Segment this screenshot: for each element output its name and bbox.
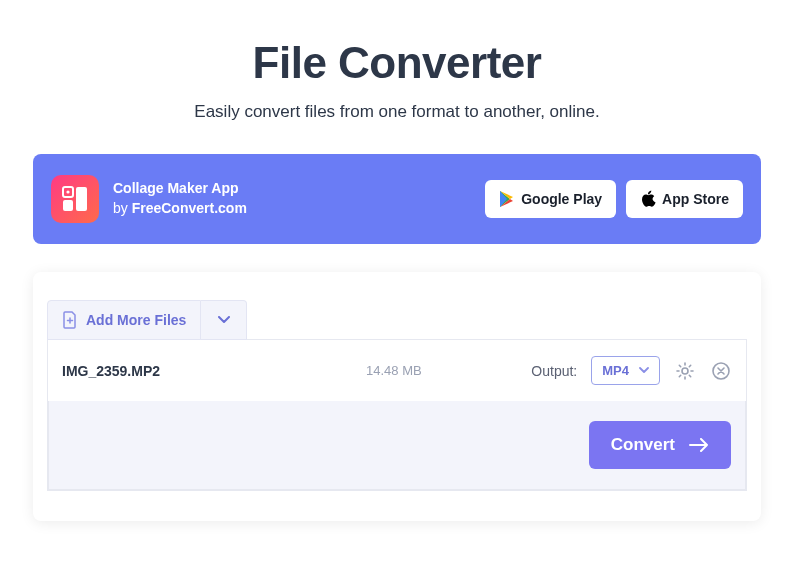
svg-point-4 bbox=[682, 368, 688, 374]
gear-icon bbox=[675, 361, 695, 381]
promo-text: Collage Maker App by FreeConvert.com bbox=[113, 179, 247, 218]
converter-panel: Add More Files IMG_2359.MP2 14.48 MB Out… bbox=[33, 272, 761, 521]
google-play-label: Google Play bbox=[521, 191, 602, 207]
google-play-icon bbox=[499, 190, 515, 208]
add-more-files-button[interactable]: Add More Files bbox=[47, 300, 201, 340]
add-more-files-dropdown[interactable] bbox=[201, 300, 247, 340]
page-title: File Converter bbox=[253, 38, 542, 88]
app-store-label: App Store bbox=[662, 191, 729, 207]
svg-point-1 bbox=[66, 190, 69, 193]
apple-icon bbox=[640, 190, 656, 208]
file-size: 14.48 MB bbox=[366, 363, 446, 378]
file-list: IMG_2359.MP2 14.48 MB Output: MP4 bbox=[47, 339, 747, 491]
file-remove-button[interactable] bbox=[710, 360, 732, 382]
file-settings-button[interactable] bbox=[674, 360, 696, 382]
page-subtitle: Easily convert files from one format to … bbox=[194, 102, 599, 122]
promo-app-name: Collage Maker App bbox=[113, 179, 247, 199]
promo-brand: FreeConvert.com bbox=[132, 200, 247, 216]
file-name: IMG_2359.MP2 bbox=[62, 363, 352, 379]
close-circle-icon bbox=[711, 361, 731, 381]
promo-banner: Collage Maker App by FreeConvert.com Goo… bbox=[33, 154, 761, 244]
svg-rect-2 bbox=[76, 187, 87, 211]
output-format-select[interactable]: MP4 bbox=[591, 356, 660, 385]
file-row: IMG_2359.MP2 14.48 MB Output: MP4 bbox=[48, 340, 746, 401]
action-bar: Convert bbox=[48, 401, 746, 490]
convert-label: Convert bbox=[611, 435, 675, 455]
collage-app-icon bbox=[51, 175, 99, 223]
output-format-value: MP4 bbox=[602, 363, 629, 378]
chevron-down-icon bbox=[639, 367, 649, 374]
convert-button[interactable]: Convert bbox=[589, 421, 731, 469]
promo-by-prefix: by bbox=[113, 200, 132, 216]
chevron-down-icon bbox=[218, 316, 230, 324]
arrow-right-icon bbox=[689, 438, 709, 452]
svg-rect-3 bbox=[63, 200, 73, 211]
add-more-files-label: Add More Files bbox=[86, 312, 186, 328]
add-file-icon bbox=[62, 311, 78, 329]
google-play-button[interactable]: Google Play bbox=[485, 180, 616, 218]
app-store-button[interactable]: App Store bbox=[626, 180, 743, 218]
output-label: Output: bbox=[531, 363, 577, 379]
